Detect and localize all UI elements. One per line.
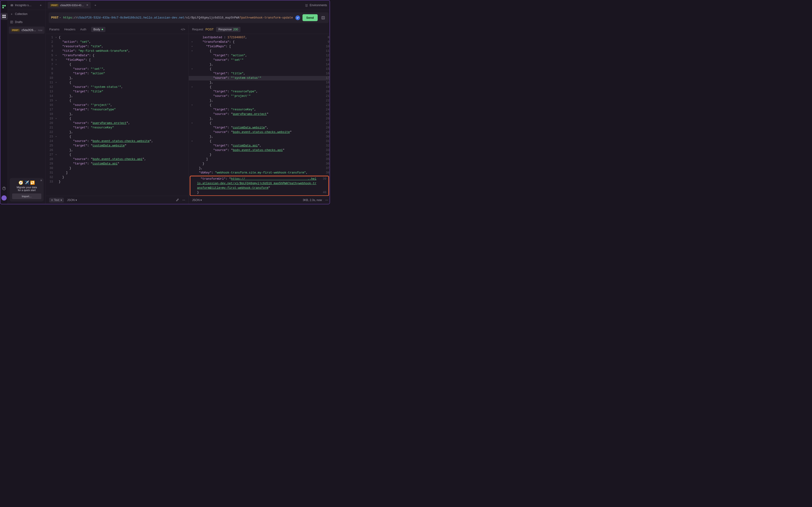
code-line[interactable]: "transformUrl": "https:// ..hello.atlass… <box>191 177 328 190</box>
code-line[interactable]: "target": "resourceType",20 <box>189 90 330 94</box>
close-tab-icon[interactable]: ✕ <box>86 4 88 7</box>
code-line[interactable]: 27▾ { <box>46 153 188 157</box>
code-icon[interactable]: </> <box>181 27 185 31</box>
code-line[interactable]: "source": "'system-status'"17 <box>189 76 330 80</box>
code-line[interactable]: 21 "target": "resourceKey" <box>46 125 188 130</box>
code-line[interactable]: },18 <box>189 80 330 85</box>
code-line[interactable]: ]35 <box>189 157 330 162</box>
code-line[interactable]: },26 <box>189 117 330 121</box>
code-line[interactable]: "source": "body.event.status-checks.webs… <box>189 130 330 134</box>
code-line[interactable]: ▾ {23 <box>189 103 330 108</box>
code-line[interactable]: ▾ {19 <box>189 85 330 90</box>
workspace-button[interactable] <box>0 13 8 20</box>
code-line[interactable]: 9 "target": "action" <box>46 71 188 76</box>
tab-params[interactable]: Params <box>49 27 59 32</box>
code-line[interactable]: "target": "action",12 <box>189 53 330 58</box>
code-line[interactable]: "target": "resourceKey",24 <box>189 108 330 112</box>
code-line[interactable]: },37 <box>189 166 330 171</box>
add-tab-button[interactable]: ＋ <box>38 3 43 8</box>
code-line[interactable]: lastUpdated : 1721040037,8 <box>189 35 330 40</box>
more-icon[interactable]: ⋯ <box>325 199 328 202</box>
code-line[interactable]: ▾ "transformData": {9 <box>189 40 330 44</box>
collection-button[interactable]: ＋Collection <box>8 10 46 18</box>
tab-headers[interactable]: Headers <box>64 27 75 32</box>
code-line[interactable]: "target": "title",16 <box>189 71 330 76</box>
code-line[interactable]: 8 "source": "'set'", <box>46 67 188 71</box>
code-line[interactable]: 33} <box>46 180 188 184</box>
code-line[interactable]: 19▾ { <box>46 117 188 121</box>
code-line[interactable]: 25 "target": "customData.website" <box>46 144 188 148</box>
code-line[interactable]: 30 } <box>46 166 188 171</box>
code-line[interactable]: }34 <box>189 153 330 157</box>
code-line[interactable]: ▾ {11 <box>189 49 330 53</box>
avatar[interactable] <box>1 195 7 201</box>
code-line[interactable]: "target": "customData.website",28 <box>189 125 330 130</box>
code-line[interactable]: 10 }, <box>46 76 188 80</box>
environments-button[interactable]: Environments <box>305 4 329 7</box>
code-line[interactable]: 1▾{ <box>46 35 188 40</box>
sidebar-tab-incognito[interactable]: Incognito s… <box>10 4 32 7</box>
code-line[interactable]: 2 "action": "set", <box>46 40 188 44</box>
import-button[interactable]: Import… <box>12 193 41 199</box>
body-editor[interactable]: 1▾{2 "action": "set",3 "resourceType": "… <box>46 34 188 196</box>
code-line[interactable]: "source": "'project'"21 <box>189 94 330 99</box>
code-line[interactable]: 17 "target": "resourceType" <box>46 108 188 112</box>
code-line[interactable]: }40 <box>191 190 328 195</box>
code-line[interactable]: "dbKey": "webhook-transform.site.my-firs… <box>189 171 330 175</box>
validate-icon[interactable] <box>295 15 300 20</box>
code-line[interactable]: 29 "target": "customData.api" <box>46 162 188 166</box>
tab-body[interactable]: Body <box>91 27 106 32</box>
code-line[interactable]: 20 "source": "queryParams.project", <box>46 121 188 125</box>
request-tab[interactable]: POST c5da3f26-532d-43… ✕ <box>48 2 91 8</box>
text-mode-button[interactable]: ≡ Text ▾ <box>49 198 64 203</box>
code-line[interactable]: 31 ] <box>46 171 188 175</box>
code-line[interactable]: 12 "source": "'system-status'", <box>46 85 188 90</box>
code-line[interactable]: 28 "source": "body.event.status-checks.a… <box>46 157 188 162</box>
close-icon[interactable]: ✕ <box>40 179 42 182</box>
code-line[interactable]: ▾ {31 <box>189 139 330 144</box>
code-line[interactable]: 6▾ "fieldMaps": [ <box>46 58 188 62</box>
code-line[interactable]: 4 "title": "my-first-webhook-transform", <box>46 49 188 53</box>
code-line[interactable]: 32 } <box>46 175 188 180</box>
code-line[interactable]: 7▾ { <box>46 62 188 67</box>
response-viewer[interactable]: lastUpdated : 1721040037,8▾ "transformDa… <box>189 34 330 196</box>
code-line[interactable]: }36 <box>189 162 330 166</box>
code-line[interactable]: 16 "source": "'project'", <box>46 103 188 108</box>
code-line[interactable]: "source": "queryParams.project"25 <box>189 112 330 117</box>
code-line[interactable]: },14 <box>189 62 330 67</box>
url-input[interactable]: https://c5da3f26-532d-433a-84c7-0c8e6166… <box>63 16 293 19</box>
code-line[interactable]: 15▾ { <box>46 99 188 103</box>
wand-icon[interactable] <box>176 198 179 202</box>
code-line[interactable]: },30 <box>189 134 330 139</box>
json-mode-button[interactable]: JSON ▾ <box>192 199 202 202</box>
code-line[interactable]: },22 <box>189 99 330 103</box>
code-line[interactable]: "source": "'set'"13 <box>189 58 330 62</box>
code-line[interactable]: 23▾ { <box>46 134 188 139</box>
draft-item[interactable]: POST c5da3f26… now <box>9 26 45 34</box>
code-line[interactable]: ▾ {15 <box>189 67 330 71</box>
response-pill[interactable]: Response 200 <box>216 27 240 32</box>
code-line[interactable]: 18 }, <box>46 112 188 117</box>
code-line[interactable]: 24 "source": "body.event.status-checks.w… <box>46 139 188 144</box>
code-line[interactable]: ▾ {27 <box>189 121 330 125</box>
code-line[interactable]: 5▾ "transformData": { <box>46 53 188 58</box>
code-line[interactable]: ▾ "fieldMaps": [10 <box>189 44 330 49</box>
code-line[interactable]: "source": "body.event.status-checks.api"… <box>189 148 330 153</box>
code-line[interactable]: 22 }, <box>46 130 188 134</box>
method-select[interactable]: POST▾ <box>51 16 61 19</box>
code-line[interactable]: 11▾ { <box>46 80 188 85</box>
drafts-header[interactable]: Drafts <box>8 18 46 26</box>
send-button[interactable]: Send <box>303 14 318 21</box>
json-mode-button[interactable]: JSON ▾ <box>67 199 77 202</box>
more-icon[interactable]: ⋯ <box>182 199 185 202</box>
save-button[interactable] <box>320 15 326 21</box>
code-line[interactable]: 3 "resourceType": "site", <box>46 44 188 49</box>
draft-time: now <box>38 29 42 32</box>
tab-auth[interactable]: Auth <box>80 27 87 32</box>
code-line[interactable]: 13 "target": "title" <box>46 90 188 94</box>
help-button[interactable] <box>0 185 8 192</box>
code-line[interactable]: "target": "customData.api",32 <box>189 144 330 148</box>
new-tab-button[interactable]: ＋ <box>93 3 98 7</box>
code-line[interactable]: 14 }, <box>46 94 188 99</box>
code-line[interactable]: 26 }, <box>46 148 188 153</box>
